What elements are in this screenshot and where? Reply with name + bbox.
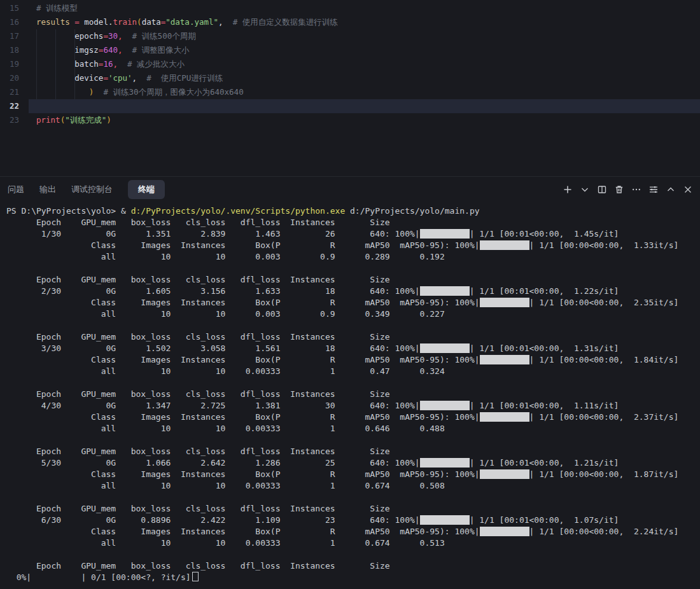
more-actions-button[interactable]	[631, 184, 642, 195]
code-text: results = model.train(data="data.yaml", …	[36, 15, 338, 29]
terminal-line: all 10 10 0.00333 1 0.674 0.513	[6, 537, 700, 549]
terminal-line: all 10 10 0.00333 1 0.47 0.324	[6, 366, 700, 377]
terminal-line: Epoch GPU_mem box_loss cls_loss dfl_loss…	[6, 446, 700, 457]
terminal-line: 1/30 0G 1.351 2.839 1.463 26 640: 100%||…	[6, 228, 700, 240]
terminal-line: Class Images Instances Box(P R mAP50 mAP…	[6, 526, 700, 537]
progress-bar	[420, 515, 470, 525]
terminal-line: Epoch GPU_mem box_loss cls_loss dfl_loss…	[6, 389, 700, 400]
terminal-line: 0%| | 0/1 [00:00<?, ?it/s]	[6, 572, 700, 583]
terminal-line: all 10 10 0.00333 1 0.674 0.508	[6, 480, 700, 492]
progress-bar	[420, 458, 470, 468]
split-terminal-button[interactable]	[596, 184, 608, 195]
tab-problems[interactable]: 问题	[8, 180, 24, 199]
terminal-cursor	[192, 572, 199, 581]
terminal-line: 4/30 0G 1.347 2.725 1.381 30 640: 100%||…	[6, 400, 700, 412]
code-text: print("训练完成")	[36, 113, 111, 127]
terminal-line: Epoch GPU_mem box_loss cls_loss dfl_loss…	[6, 274, 700, 286]
line-number: 15	[0, 1, 19, 15]
line-number: 18	[0, 43, 19, 57]
code-line[interactable]: 20 device='cpu', # 使用CPU进行训练	[0, 71, 700, 85]
split-icon	[597, 184, 607, 195]
code-text: imgsz=640, # 调整图像大小	[36, 43, 190, 57]
line-number: 22	[0, 99, 19, 113]
line-number: 19	[0, 57, 19, 71]
terminal-line: Class Images Instances Box(P R mAP50 mAP…	[6, 469, 700, 480]
close-icon	[683, 184, 693, 195]
terminal-line: all 10 10 0.003 0.9 0.349 0.227	[6, 308, 700, 320]
vscode-window: 15# 训练模型16results = model.train(data="da…	[0, 0, 700, 589]
terminal-line: Epoch GPU_mem box_loss cls_loss dfl_loss…	[6, 331, 700, 343]
terminal-line	[6, 320, 700, 331]
plus-icon	[563, 184, 573, 195]
trash-icon	[614, 184, 624, 195]
progress-bar	[480, 240, 529, 250]
maximize-panel-button[interactable]	[665, 184, 676, 195]
terminal-line: Epoch GPU_mem box_loss cls_loss dfl_loss…	[6, 503, 700, 515]
code-text: batch=16, # 减少批次大小	[36, 57, 185, 71]
launch-profile-dropdown[interactable]	[579, 184, 591, 195]
panel-header: 问题输出调试控制台终端	[0, 177, 700, 202]
terminal-line	[6, 434, 700, 446]
panel-tabs: 问题输出调试控制台终端	[8, 180, 165, 199]
terminal-line: Class Images Instances Box(P R mAP50 mAP…	[6, 240, 700, 251]
terminal-line: 2/30 0G 1.605 3.156 1.633 18 640: 100%||…	[6, 286, 700, 297]
code-line[interactable]: 22	[0, 99, 700, 113]
bottom-panel: 问题输出调试控制台终端 PS D:\PyProjects\yolo> & d:/…	[0, 176, 700, 589]
progress-bar	[420, 401, 470, 410]
progress-bar	[480, 298, 529, 307]
progress-bar	[420, 286, 470, 296]
terminal-line: 6/30 0G 0.8896 2.422 1.109 23 640: 100%|…	[6, 515, 700, 526]
tab-output[interactable]: 输出	[39, 180, 56, 199]
terminal-line: Epoch GPU_mem box_loss cls_loss dfl_loss…	[6, 560, 700, 572]
code-line[interactable]: 18 imgsz=640, # 调整图像大小	[0, 43, 700, 57]
line-number: 20	[0, 71, 19, 85]
terminal-line	[6, 377, 700, 389]
code-editor[interactable]: 15# 训练模型16results = model.train(data="da…	[0, 0, 700, 176]
terminal-line: PS D:\PyProjects\yolo> & d:/PyProjects/y…	[6, 205, 700, 217]
terminal-line	[6, 549, 700, 560]
terminal-line: Class Images Instances Box(P R mAP50 mAP…	[6, 354, 700, 366]
code-text: # 训练模型	[36, 1, 78, 15]
terminal-line	[6, 263, 700, 274]
terminal-line: all 10 10 0.00333 1 0.646 0.488	[6, 423, 700, 434]
code-line[interactable]: 21 ) # 训练30个周期，图像大小为640x640	[0, 85, 700, 99]
terminal-line: Class Images Instances Box(P R mAP50 mAP…	[6, 412, 700, 423]
terminal-line: 3/30 0G 1.502 3.058 1.561 18 640: 100%||…	[6, 343, 700, 354]
code-line[interactable]: 23print("训练完成")	[0, 113, 700, 127]
line-number: 21	[0, 85, 19, 99]
progress-bar	[480, 412, 529, 422]
progress-bar	[480, 469, 529, 479]
code-text: epochs=30, # 训练500个周期	[36, 29, 196, 43]
tab-terminal[interactable]: 终端	[128, 180, 165, 199]
line-number: 23	[0, 113, 19, 127]
terminal-line: 5/30 0G 1.066 2.642 1.286 25 640: 100%||…	[6, 457, 700, 469]
progress-bar	[420, 229, 470, 239]
terminal-line	[6, 492, 700, 503]
line-number: 17	[0, 29, 19, 43]
line-number: 16	[0, 15, 19, 29]
progress-bar	[480, 527, 529, 536]
chevron-up-icon	[666, 184, 676, 195]
code-line[interactable]: 17 epochs=30, # 训练500个周期	[0, 29, 700, 43]
progress-bar	[480, 355, 529, 364]
code-line[interactable]: 19 batch=16, # 减少批次大小	[0, 57, 700, 71]
terminal-output[interactable]: PS D:\PyProjects\yolo> & d:/PyProjects/y…	[0, 202, 700, 589]
code-text: ) # 训练30个周期，图像大小为640x640	[36, 85, 244, 99]
new-terminal-button[interactable]	[562, 184, 573, 195]
code-line[interactable]: 15# 训练模型	[0, 1, 700, 15]
terminal-line: Epoch GPU_mem box_loss cls_loss dfl_loss…	[6, 217, 700, 228]
chevron-down-icon	[580, 184, 590, 195]
code-line[interactable]: 16results = model.train(data="data.yaml"…	[0, 15, 700, 29]
tab-debug-console[interactable]: 调试控制台	[71, 180, 113, 199]
terminal-actions	[562, 184, 694, 195]
tune-icon	[648, 184, 659, 195]
customize-layout-button[interactable]	[648, 184, 659, 195]
ellipsis-icon	[631, 184, 641, 195]
code-text: device='cpu', # 使用CPU进行训练	[36, 71, 223, 85]
close-panel-button[interactable]	[682, 184, 694, 195]
progress-bar	[420, 343, 470, 353]
terminal-line: all 10 10 0.003 0.9 0.289 0.192	[6, 251, 700, 263]
kill-terminal-button[interactable]	[613, 184, 625, 195]
terminal-line: Class Images Instances Box(P R mAP50 mAP…	[6, 297, 700, 308]
